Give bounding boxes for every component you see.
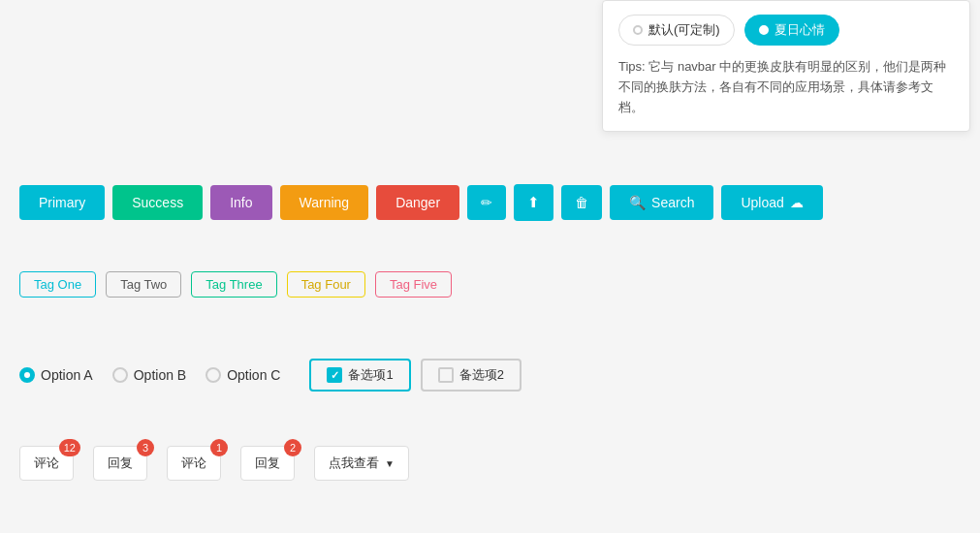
checkbox-item-2[interactable]: 备选项2 (421, 359, 522, 392)
radio-dot-summer (759, 25, 769, 35)
badge-button-2[interactable]: 回复 3 (93, 446, 147, 481)
share-icon: ⬆ (527, 194, 540, 211)
theme-radio-group: 默认(可定制) 夏日心情 (618, 15, 954, 46)
tag-five[interactable]: Tag Five (375, 271, 452, 298)
badge-button-1[interactable]: 评论 12 (19, 446, 74, 481)
radio-option-c[interactable]: Option C (205, 367, 280, 383)
edit-icon: ✏ (481, 195, 492, 210)
badge-button-4[interactable]: 回复 2 (240, 446, 295, 481)
checkbox-item-1[interactable]: 备选项1 (309, 359, 410, 392)
tag-four[interactable]: Tag Four (287, 271, 365, 298)
tag-one[interactable]: Tag One (19, 271, 96, 298)
badge-button-3[interactable]: 评论 1 (167, 446, 221, 481)
checkbox-label-2: 备选项2 (459, 366, 504, 384)
success-button[interactable]: Success (112, 185, 203, 220)
radio-circle-a (19, 367, 35, 383)
options-section: Option A Option B Option C 备选项1 备选项2 (19, 359, 522, 392)
chevron-down-icon: ▼ (385, 458, 395, 469)
radio-label-c: Option C (227, 367, 280, 383)
radio-label-a: Option A (41, 367, 93, 383)
buttons-section: Primary Success Info Warning Danger ✏ ⬆ … (19, 184, 823, 221)
warning-button[interactable]: Warning (280, 185, 369, 220)
tips-text: Tips: 它与 navbar 中的更换皮肤有明显的区别，他们是两种不同的换肤方… (618, 57, 954, 117)
checkbox-box-2 (438, 367, 454, 383)
dropdown-label: 点我查看 (329, 455, 379, 472)
badge-count-2: 3 (137, 439, 154, 456)
radio-option-a[interactable]: Option A (19, 367, 93, 383)
tags-section: Tag One Tag Two Tag Three Tag Four Tag F… (19, 271, 452, 298)
badge-count-3: 1 (210, 439, 228, 456)
checkbox-label-1: 备选项1 (348, 366, 393, 384)
upload-icon: ☁ (790, 195, 804, 210)
badges-section: 评论 12 回复 3 评论 1 回复 2 点我查看 ▼ (19, 446, 409, 481)
dropdown-button[interactable]: 点我查看 ▼ (314, 446, 409, 481)
delete-icon-button[interactable]: 🗑 (561, 185, 602, 220)
top-card: 默认(可定制) 夏日心情 Tips: 它与 navbar 中的更换皮肤有明显的区… (602, 0, 970, 132)
badge-label-2: 回复 (108, 455, 133, 472)
badge-count-4: 2 (284, 439, 301, 456)
radio-dot-default (633, 25, 643, 35)
danger-button[interactable]: Danger (376, 185, 459, 220)
theme-option-default[interactable]: 默认(可定制) (618, 15, 735, 46)
tag-two[interactable]: Tag Two (106, 271, 181, 298)
search-button[interactable]: 🔍 Search (610, 185, 713, 220)
primary-button[interactable]: Primary (19, 185, 105, 220)
info-button[interactable]: Info (210, 185, 271, 220)
theme-option-summer-label: 夏日心情 (775, 21, 825, 39)
radio-label-b: Option B (134, 367, 186, 383)
radio-option-b[interactable]: Option B (112, 367, 186, 383)
theme-option-summer[interactable]: 夏日心情 (744, 15, 839, 46)
checkbox-group: 备选项1 备选项2 (309, 359, 521, 392)
radio-circle-b (112, 367, 128, 383)
tag-three[interactable]: Tag Three (191, 271, 276, 298)
badge-label-4: 回复 (255, 455, 280, 472)
share-icon-button[interactable]: ⬆ (514, 184, 553, 221)
upload-button[interactable]: Upload ☁ (721, 185, 822, 220)
badge-count-1: 12 (59, 439, 80, 456)
edit-icon-button[interactable]: ✏ (467, 185, 506, 220)
search-icon: 🔍 (629, 195, 646, 210)
theme-option-default-label: 默认(可定制) (648, 21, 720, 39)
radio-circle-c (205, 367, 221, 383)
badge-label-3: 评论 (181, 455, 206, 472)
delete-icon: 🗑 (575, 195, 588, 210)
badge-label-1: 评论 (34, 455, 59, 472)
checkbox-box-1 (327, 367, 342, 383)
